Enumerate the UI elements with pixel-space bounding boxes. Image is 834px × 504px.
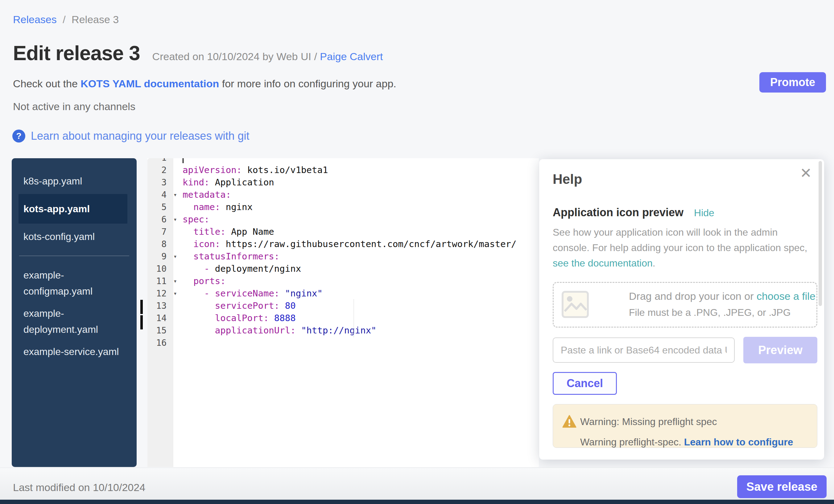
code-line-3[interactable]: 3kind: Application	[148, 176, 539, 189]
git-banner: ? Learn about managing your releases wit…	[12, 130, 249, 143]
bottom-edge-bar	[0, 500, 834, 504]
code-line-12[interactable]: 12▾ - serviceName: "nginx"	[148, 287, 539, 300]
line-number: 16	[148, 338, 173, 348]
dropzone-text-pre: Drag and drop your icon or	[629, 290, 756, 302]
code-line-5[interactable]: 5 name: nginx	[148, 201, 539, 213]
code-text: spec:	[182, 214, 210, 224]
warning-title: Warning: Missing preflight spec	[580, 416, 717, 428]
line-number: 11	[148, 276, 173, 286]
file-item-kots-app-yaml[interactable]: kots-app.yaml	[19, 194, 127, 224]
file-tree-sidebar: k8s-app.yamlkots-app.yamlkots-config.yam…	[12, 158, 137, 467]
help-title: Help	[553, 172, 582, 187]
code-line-7[interactable]: 7 title: App Name	[148, 225, 539, 238]
code-line-15[interactable]: 15 applicationUrl: "http://nginx"	[148, 324, 539, 336]
dropzone-hint: File must be a .PNG, .JPEG, or .JPG	[629, 307, 791, 318]
code-line-11[interactable]: 11▾ ports:	[148, 275, 539, 287]
help-scrollbar[interactable]	[818, 161, 822, 306]
code-line-1[interactable]: 1---	[148, 158, 539, 164]
breadcrumb-releases-link[interactable]: Releases	[13, 14, 57, 25]
indent-guide	[353, 300, 354, 337]
code-text: servicePort: 80	[182, 301, 296, 311]
file-group-divider	[19, 256, 129, 256]
yaml-editor[interactable]: 1---2apiVersion: kots.io/v1beta13kind: A…	[148, 158, 539, 467]
created-text: Created on 10/10/2024 by Web UI /	[152, 50, 317, 62]
file-item-kots-config-yaml[interactable]: kots-config.yaml	[12, 225, 137, 248]
warning-triangle-icon	[562, 415, 576, 429]
desc-pre: See how your application icon will look …	[553, 227, 807, 253]
help-panel: ✕ Help Application icon preview Hide See…	[539, 159, 824, 460]
icon-preview-title: Application icon preview	[553, 206, 683, 219]
title-row: Edit release 3 Created on 10/10/2024 by …	[13, 41, 383, 65]
preview-button[interactable]: Preview	[743, 337, 817, 363]
fold-arrow-icon[interactable]: ▾	[173, 275, 182, 287]
code-line-9[interactable]: 9▾ statusInformers:	[148, 250, 539, 262]
code-text: kind: Application	[182, 177, 274, 188]
line-number: 7	[148, 227, 173, 237]
kots-yaml-doc-link[interactable]: KOTS YAML documentation	[81, 78, 219, 89]
line-number: 4	[148, 190, 173, 200]
text-cursor	[182, 158, 183, 163]
see-documentation-link[interactable]: see the documentation	[553, 258, 653, 269]
fold-arrow-icon[interactable]: ▾	[173, 250, 182, 262]
line-number: 13	[148, 301, 173, 311]
code-line-16[interactable]: 16	[148, 336, 539, 349]
code-line-6[interactable]: 6▾spec:	[148, 213, 539, 225]
breadcrumb-current: Release 3	[71, 14, 119, 25]
line-number: 2	[148, 165, 173, 175]
file-item-example-deployment-yaml[interactable]: example-deployment.yaml	[12, 302, 137, 341]
code-line-14[interactable]: 14 localPort: 8888	[148, 312, 539, 324]
code-text: ports:	[182, 276, 226, 286]
save-release-button[interactable]: Save release	[737, 475, 827, 498]
fold-arrow-icon[interactable]: ▾	[173, 213, 182, 225]
line-number: 3	[148, 177, 173, 188]
file-item-k8s-app-yaml[interactable]: k8s-app.yaml	[12, 170, 137, 192]
code-line-2[interactable]: 2apiVersion: kots.io/v1beta1	[148, 164, 539, 176]
intro-pre: Check out the	[13, 78, 81, 89]
image-placeholder-icon	[562, 291, 589, 319]
file-item-example-configmap-yaml[interactable]: example-configmap.yaml	[12, 264, 137, 302]
code-line-13[interactable]: 13 servicePort: 80	[148, 300, 539, 312]
code-text: applicationUrl: "http://nginx"	[182, 325, 377, 335]
hide-link[interactable]: Hide	[694, 207, 714, 219]
file-tree: k8s-app.yamlkots-app.yamlkots-config.yam…	[12, 170, 137, 363]
icon-preview-description: See how your application icon will look …	[553, 224, 814, 271]
close-icon[interactable]: ✕	[800, 166, 812, 180]
line-number: 9	[148, 251, 173, 262]
fold-arrow-icon[interactable]: ▾	[173, 287, 182, 300]
code-text: metadata:	[182, 190, 231, 200]
fold-arrow-icon[interactable]: ▾	[173, 189, 182, 201]
line-number: 1	[148, 158, 173, 163]
file-item-example-service-yaml[interactable]: example-service.yaml	[12, 341, 137, 363]
icon-url-input[interactable]	[553, 337, 735, 363]
code-text: - deployment/nginx	[182, 263, 301, 274]
code-line-8[interactable]: 8 icon: https://raw.githubusercontent.co…	[148, 238, 539, 250]
line-number: 8	[148, 239, 173, 249]
breadcrumb-separator: /	[60, 14, 68, 25]
line-number: 5	[148, 202, 173, 212]
cancel-button[interactable]: Cancel	[553, 372, 617, 395]
line-number: 10	[148, 264, 173, 274]
code-text: icon: https://raw.githubusercontent.com/…	[182, 239, 517, 249]
line-number: 12	[148, 288, 173, 299]
choose-a-file-link[interactable]: choose a file	[756, 290, 815, 302]
line-number: 14	[148, 313, 173, 323]
code-text: title: App Name	[182, 226, 274, 237]
editor-lines: 1---2apiVersion: kots.io/v1beta13kind: A…	[148, 158, 539, 349]
promote-button[interactable]: Promote	[759, 72, 826, 92]
breadcrumb: Releases / Release 3	[13, 14, 119, 26]
last-modified-text: Last modified on 10/10/2024	[13, 481, 145, 494]
line-number: 15	[148, 325, 173, 335]
desc-post: .	[653, 258, 655, 269]
line-number: 6	[148, 214, 173, 224]
code-line-4[interactable]: 4▾metadata:	[148, 189, 539, 201]
intro-post: for more info on configuring your app.	[219, 78, 396, 89]
code-text: ---	[182, 158, 201, 163]
warning-body-text: Warning preflight-spec.	[580, 436, 684, 447]
warning-configure-link[interactable]: Learn how to configure	[684, 436, 793, 447]
question-circle-icon: ?	[12, 130, 25, 143]
git-releases-link[interactable]: Learn about managing your releases with …	[31, 130, 249, 143]
icon-dropzone[interactable]: Drag and drop your icon or choose a file…	[553, 282, 817, 328]
code-text: - serviceName: "nginx"	[182, 288, 323, 299]
author-link[interactable]: Paige Calvert	[320, 50, 383, 62]
code-line-10[interactable]: 10 - deployment/nginx	[148, 262, 539, 275]
